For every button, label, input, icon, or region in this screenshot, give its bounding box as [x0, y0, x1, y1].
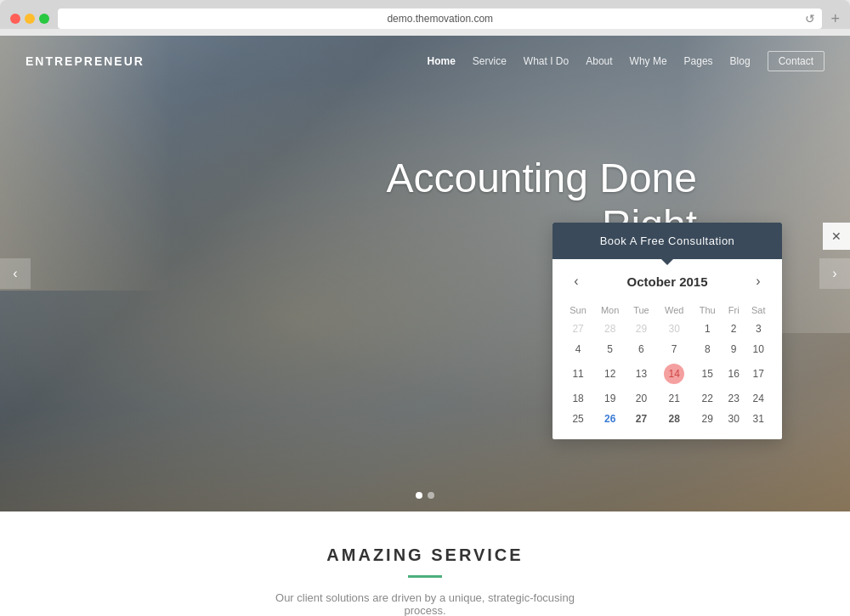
calendar-body: ‹ October 2015 › Sun Mon Tue Wed Thu Fri	[552, 259, 782, 439]
table-row[interactable]: 2	[722, 319, 745, 339]
table-row[interactable]: 28	[593, 319, 626, 339]
new-tab-button[interactable]: +	[830, 10, 840, 28]
calendar-widget: Book A Free Consultation ‹ October 2015 …	[552, 223, 782, 439]
table-row[interactable]: 11	[563, 359, 593, 388]
window-controls	[10, 14, 49, 24]
table-row[interactable]: 7	[656, 339, 693, 359]
day-header-wed: Wed	[656, 302, 693, 319]
table-row[interactable]: 3	[745, 319, 772, 339]
maximize-button[interactable]	[39, 14, 49, 24]
close-button[interactable]	[10, 14, 20, 24]
calendar-month-nav: ‹ October 2015 ›	[563, 269, 772, 293]
table-row[interactable]: 16	[722, 359, 745, 388]
table-row[interactable]: 8	[693, 339, 722, 359]
nav-why-me[interactable]: Why Me	[630, 55, 667, 67]
service-title: AMAZING SERVICE	[26, 545, 824, 565]
slide-dots	[416, 492, 434, 499]
next-slide-button[interactable]: ›	[819, 258, 850, 289]
hero-section: ENTREPRENEUR Home Service What I Do Abou…	[0, 36, 850, 511]
day-header-mon: Mon	[593, 302, 626, 319]
nav-contact[interactable]: Contact	[768, 51, 824, 71]
table-row[interactable]: 24	[745, 388, 772, 409]
calendar-today[interactable]: 14	[656, 359, 693, 388]
browser-chrome: demo.themovation.com ↺ +	[0, 0, 850, 29]
day-header-thu: Thu	[693, 302, 722, 319]
url-text: demo.themovation.com	[387, 13, 493, 25]
nav-service[interactable]: Service	[473, 55, 507, 67]
url-bar[interactable]: demo.themovation.com ↺	[58, 8, 822, 29]
table-row[interactable]: 27	[626, 409, 656, 429]
refresh-icon[interactable]: ↺	[805, 12, 815, 25]
table-row[interactable]: 17	[745, 359, 772, 388]
table-row[interactable]: 30	[722, 409, 745, 429]
table-row[interactable]: 29	[626, 319, 656, 339]
calendar-week-3: 11 12 13 14 15 16 17	[563, 359, 772, 388]
settings-icon[interactable]: ✕	[823, 223, 850, 250]
table-row[interactable]: 6	[626, 339, 656, 359]
table-row[interactable]: 10	[745, 339, 772, 359]
calendar-week-1: 27 28 29 30 1 2 3	[563, 319, 772, 339]
nav-home[interactable]: Home	[427, 55, 455, 67]
table-row[interactable]: 9	[722, 339, 745, 359]
calendar-month-label: October 2015	[626, 274, 707, 289]
service-divider	[408, 575, 442, 578]
calendar-next-button[interactable]: ›	[748, 271, 768, 291]
day-header-fri: Fri	[722, 302, 745, 319]
site-brand[interactable]: ENTREPRENEUR	[26, 54, 144, 68]
calendar-grid: Sun Mon Tue Wed Thu Fri Sat 27	[563, 302, 772, 429]
nav-pages[interactable]: Pages	[684, 55, 713, 67]
table-row[interactable]: 30	[656, 319, 693, 339]
service-section: AMAZING SERVICE Our client solutions are…	[0, 511, 850, 616]
calendar-header: Book A Free Consultation	[552, 223, 782, 259]
minimize-button[interactable]	[25, 14, 35, 24]
table-row[interactable]: 4	[563, 339, 593, 359]
table-row[interactable]: 12	[593, 359, 626, 388]
table-row[interactable]: 1	[693, 319, 722, 339]
calendar-week-2: 4 5 6 7 8 9 10	[563, 339, 772, 359]
calendar-week-5: 25 26 27 28 29 30 31	[563, 409, 772, 429]
table-row[interactable]: 28	[656, 409, 693, 429]
slide-dot-1[interactable]	[416, 492, 422, 499]
slide-dot-2[interactable]	[428, 492, 434, 499]
table-row[interactable]: 18	[563, 388, 593, 409]
nav-blog[interactable]: Blog	[730, 55, 751, 67]
table-row[interactable]: 15	[693, 359, 722, 388]
day-header-sat: Sat	[745, 302, 772, 319]
nav-links: Home Service What I Do About Why Me Page…	[427, 51, 824, 71]
table-row[interactable]: 5	[593, 339, 626, 359]
table-row[interactable]: 22	[693, 388, 722, 409]
nav-about[interactable]: About	[586, 55, 612, 67]
service-description: Our client solutions are driven by a uni…	[255, 591, 595, 616]
nav-what-i-do[interactable]: What I Do	[524, 55, 569, 67]
table-row[interactable]: 13	[626, 359, 656, 388]
calendar-highlight-26[interactable]: 26	[593, 409, 626, 429]
table-row[interactable]: 23	[722, 388, 745, 409]
table-row[interactable]: 20	[626, 388, 656, 409]
day-header-tue: Tue	[626, 302, 656, 319]
table-row[interactable]: 25	[563, 409, 593, 429]
prev-slide-icon: ‹	[13, 266, 17, 281]
table-row[interactable]: 19	[593, 388, 626, 409]
day-header-sun: Sun	[563, 302, 593, 319]
calendar-week-4: 18 19 20 21 22 23 24	[563, 388, 772, 409]
prev-slide-button[interactable]: ‹	[0, 258, 31, 289]
table-row[interactable]: 21	[656, 388, 693, 409]
calendar-prev-button[interactable]: ‹	[566, 271, 586, 291]
table-row[interactable]: 27	[563, 319, 593, 339]
table-row[interactable]: 31	[745, 409, 772, 429]
table-row[interactable]: 29	[693, 409, 722, 429]
website: ENTREPRENEUR Home Service What I Do Abou…	[0, 36, 850, 616]
next-slide-icon: ›	[832, 266, 836, 281]
navigation: ENTREPRENEUR Home Service What I Do Abou…	[0, 36, 850, 87]
